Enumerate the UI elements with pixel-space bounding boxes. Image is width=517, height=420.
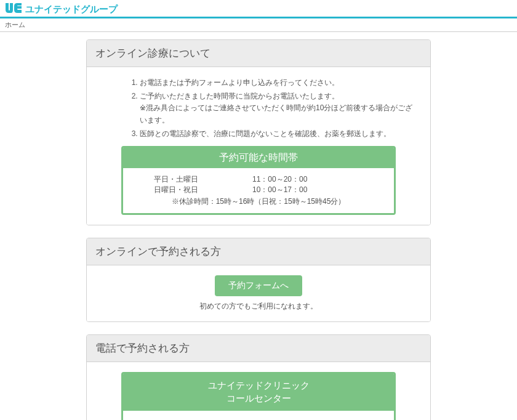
schedule-closed-note: ※休診時間：15時～16時（日祝：15時～15時45分） (135, 196, 382, 207)
schedule-title: 予約可能な時間帯 (123, 148, 394, 168)
card-title: 電話で予約される方 (87, 335, 430, 362)
logo-icon (5, 2, 22, 15)
breadcrumb: ホーム (0, 18, 517, 32)
schedule-row-value: 11：00～20：00 (252, 174, 307, 185)
step-item: ご予約いただきました時間帯に当院からお電話いたします。 ※混み具合によってはご連… (140, 91, 414, 126)
schedule-row-value: 10：00～17：00 (252, 185, 307, 195)
reserve-subtext: 初めての方でもご利用になれます。 (97, 301, 420, 312)
schedule-row-label: 日曜日・祝日 (135, 185, 252, 195)
schedule-box: 予約可能な時間帯 平日・土曜日 11：00～20：00 日曜日・祝日 10：00… (121, 146, 396, 215)
card-online-reserve: オンラインで予約される方 予約フォームへ 初めての方でもご利用になれます。 (86, 238, 431, 322)
header-bar: ユナイテッドグループ (0, 0, 517, 17)
step-item: 医師との電話診察で、治療に問題がないことを確認後、お薬を郵送します。 (140, 128, 414, 140)
brand-logo[interactable]: ユナイテッドグループ (5, 2, 118, 15)
card-title: オンライン診療について (87, 40, 430, 67)
card-phone-reserve: 電話で予約される方 ユナイテッドクリニック コールセンター Tel.0120-6… (86, 334, 431, 420)
reserve-form-button[interactable]: 予約フォームへ (215, 275, 302, 296)
schedule-row-label: 平日・土曜日 (135, 174, 252, 185)
call-center-box: ユナイテッドクリニック コールセンター Tel.0120-67-1515 受付時… (121, 372, 396, 420)
step-note: ※混み具合によってはご連絡させていただく時間が約10分ほど前後する場合がございま… (140, 103, 412, 124)
card-about-online: オンライン診療について お電話または予約フォームより申し込みを行ってください。 … (86, 39, 431, 225)
card-title: オンラインで予約される方 (87, 238, 430, 265)
step-item: お電話または予約フォームより申し込みを行ってください。 (140, 77, 414, 89)
breadcrumb-home[interactable]: ホーム (5, 21, 25, 28)
call-center-title: ユナイテッドクリニック コールセンター (123, 374, 394, 411)
steps-list: お電話または予約フォームより申し込みを行ってください。 ご予約いただきました時間… (97, 77, 420, 140)
brand-name: ユナイテッドグループ (25, 4, 118, 15)
